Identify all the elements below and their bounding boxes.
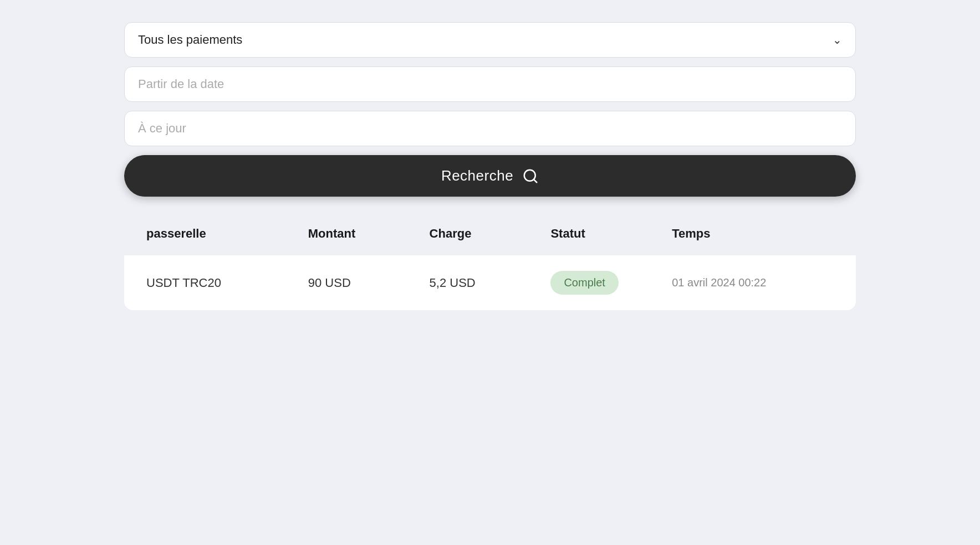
table-header: passerelle Montant Charge Statut Temps	[124, 213, 856, 254]
payment-type-dropdown[interactable]: Tous les paiements ⌄	[124, 22, 856, 58]
date-from-input[interactable]	[138, 77, 842, 91]
status-badge: Complet	[550, 271, 618, 295]
cell-charge: 5,2 USD	[430, 276, 551, 290]
chevron-down-icon: ⌄	[833, 33, 842, 47]
table-row: USDT TRC20 90 USD 5,2 USD Complet 01 avr…	[124, 255, 856, 310]
cell-passerelle: USDT TRC20	[146, 276, 308, 290]
col-header-temps: Temps	[672, 227, 834, 241]
col-header-montant: Montant	[308, 227, 430, 241]
svg-line-1	[534, 179, 537, 182]
col-header-passerelle: passerelle	[146, 227, 308, 241]
filter-section: Tous les paiements ⌄ Recherche	[124, 22, 856, 197]
date-to-input[interactable]	[138, 121, 842, 136]
search-button[interactable]: Recherche	[124, 155, 856, 197]
search-button-label: Recherche	[441, 167, 513, 184]
cell-statut: Complet	[550, 271, 672, 295]
cell-montant: 90 USD	[308, 276, 430, 290]
cell-temps: 01 avril 2024 00:22	[672, 276, 834, 289]
col-header-statut: Statut	[550, 227, 672, 241]
main-container: Tous les paiements ⌄ Recherche passerell…	[102, 11, 878, 321]
search-icon	[522, 168, 539, 184]
dropdown-label: Tous les paiements	[138, 33, 242, 47]
payments-table: passerelle Montant Charge Statut Temps U…	[124, 213, 856, 310]
date-to-container	[124, 111, 856, 146]
col-header-charge: Charge	[430, 227, 551, 241]
date-from-container	[124, 66, 856, 102]
